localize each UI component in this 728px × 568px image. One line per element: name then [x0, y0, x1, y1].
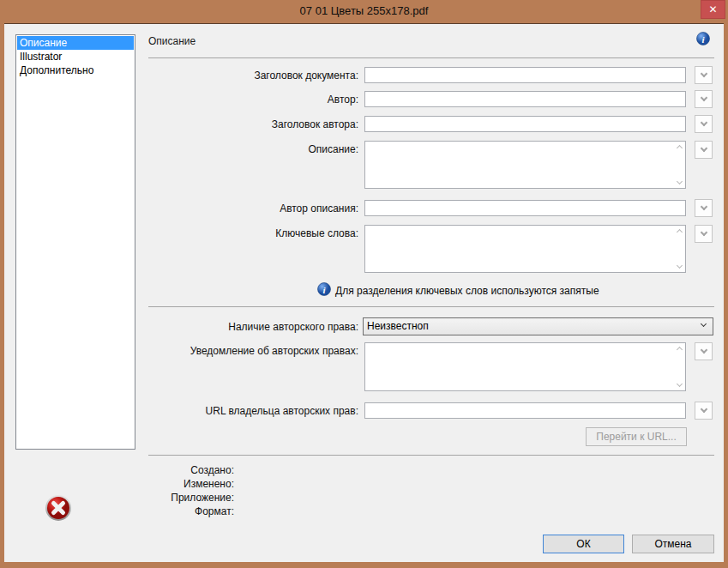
info-icon: i [317, 282, 331, 296]
scroll-up-icon[interactable] [677, 347, 683, 353]
description-author-input[interactable] [364, 200, 686, 216]
chevron-down-icon [700, 347, 707, 353]
cancel-button[interactable]: Отмена [632, 535, 714, 553]
copyright-status-select[interactable]: Неизвестноп [363, 317, 713, 335]
author-title-history-button[interactable] [695, 115, 713, 133]
description-label: Описание: [114, 143, 358, 155]
panel-title: Описание [148, 35, 196, 47]
chevron-down-icon [700, 94, 707, 101]
header-separator [148, 57, 714, 58]
chevron-down-icon [700, 203, 707, 210]
section-separator [148, 306, 714, 307]
copyright-url-input[interactable] [364, 402, 686, 419]
keywords-history-button[interactable] [695, 225, 713, 243]
author-title-label: Заголовок автора: [114, 118, 358, 130]
scroll-down-icon[interactable] [677, 178, 683, 184]
chevron-down-icon [700, 229, 707, 236]
copyright-notice-textarea[interactable] [364, 342, 686, 391]
copyright-status-label: Наличие авторского права: [114, 321, 358, 333]
copyright-url-label: URL владельца авторских прав: [114, 405, 358, 417]
chevron-down-icon [700, 70, 707, 77]
error-icon [45, 494, 72, 522]
copyright-notice-history-button[interactable] [695, 342, 713, 360]
author-history-button[interactable] [695, 90, 713, 108]
copyright-status-value: Неизвестноп [367, 320, 429, 332]
copyright-url-history-button[interactable] [695, 402, 713, 420]
scroll-up-icon[interactable] [677, 145, 683, 151]
description-author-history-button[interactable] [695, 199, 713, 217]
description-history-button[interactable] [695, 141, 713, 159]
close-icon: ✕ [708, 4, 717, 15]
author-label: Автор: [114, 94, 358, 106]
format-label: Формат: [88, 505, 234, 517]
keywords-note: Для разделения ключевых слов используютс… [335, 285, 599, 297]
doc-title-input[interactable] [364, 67, 686, 83]
chevron-down-icon [700, 119, 707, 126]
author-input[interactable] [364, 91, 686, 107]
chevron-down-icon [700, 406, 707, 413]
list-item-illustrator[interactable]: Illustrator [17, 50, 134, 63]
scroll-down-icon[interactable] [677, 381, 683, 387]
chevron-down-icon [700, 145, 707, 152]
doc-title-history-button[interactable] [695, 66, 713, 84]
goto-url-button[interactable]: Перейти к URL... [586, 427, 687, 446]
keywords-textarea[interactable] [364, 225, 686, 273]
footer-separator [148, 455, 714, 456]
window-title: 07 01 Цветы 255x178.pdf [0, 4, 728, 17]
close-button[interactable]: ✕ [701, 0, 725, 19]
scroll-down-icon[interactable] [677, 263, 683, 269]
ok-button[interactable]: ОК [543, 535, 624, 553]
scroll-up-icon[interactable] [677, 229, 683, 235]
chevron-down-icon [701, 321, 707, 327]
copyright-notice-label: Уведомление об авторских правах: [114, 345, 358, 357]
created-label: Создано: [88, 464, 234, 476]
application-label: Приложение: [88, 492, 234, 504]
dialog-content: Описание Illustrator Дополнительно Описа… [4, 23, 724, 562]
keywords-label: Ключевые слова: [114, 227, 358, 239]
title-bar[interactable]: 07 01 Цветы 255x178.pdf ✕ [0, 0, 728, 23]
doc-title-label: Заголовок документа: [114, 69, 358, 82]
description-textarea[interactable] [364, 141, 686, 189]
author-title-input[interactable] [364, 116, 686, 132]
document-properties-dialog: 07 01 Цветы 255x178.pdf ✕ Описание Illus… [0, 0, 728, 568]
description-author-label: Автор описания: [114, 202, 358, 215]
modified-label: Изменено: [88, 478, 234, 490]
list-item-description[interactable]: Описание [17, 36, 134, 50]
info-icon[interactable]: i [696, 32, 710, 45]
